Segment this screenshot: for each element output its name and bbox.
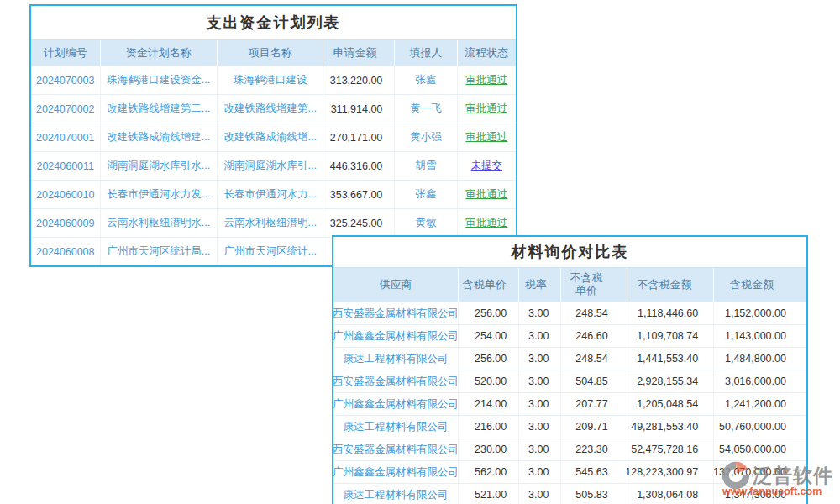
untaxed-unit-price-cell: 246.60	[561, 325, 627, 347]
tax-rate-cell: 3.00	[519, 438, 561, 460]
filler-cell[interactable]: 张鑫	[395, 66, 457, 94]
plan-id-col-header: 计划编号	[31, 40, 101, 66]
taxed-unit-price-cell: 254.00	[459, 325, 519, 347]
untaxed-amount-cell: 1,118,446.60	[627, 302, 715, 324]
fund-name-cell[interactable]: 珠海鹤港口建设资金...	[101, 66, 218, 94]
filler-cell[interactable]: 张鑫	[395, 181, 457, 208]
filler-cell[interactable]: 胡雪	[395, 152, 457, 180]
untaxed-amount-col-header: 不含税金额	[627, 268, 715, 302]
plan-table-row: 2024070002改建铁路线增建第二...改建铁路线增建第...311,914…	[31, 94, 516, 123]
taxed-amount-cell: 54,050,000.00	[714, 438, 806, 460]
tax-rate-cell: 3.00	[519, 461, 561, 483]
fund-name-cell[interactable]: 湖南洞庭湖水库引水...	[101, 152, 218, 180]
plan-id-cell[interactable]: 2024070003	[31, 66, 101, 94]
supplier-col-header: 供应商	[333, 268, 459, 302]
supplier-cell[interactable]: 康达工程材料有限公司	[333, 416, 459, 438]
plan-table-row: 2024070001改建铁路成渝线增建...改建铁路成渝线增...270,171…	[31, 123, 516, 151]
filler-cell[interactable]: 黄敏	[395, 209, 457, 237]
untaxed-unit-price-cell: 248.54	[561, 302, 627, 324]
untaxed-unit-price-cell: 248.54	[561, 348, 627, 370]
material-quote-table-body: 西安盛器金属材料有限公司256.003.00248.541,118,446.60…	[333, 302, 806, 504]
expenditure-plan-table-header: 计划编号资金计划名称项目名称申请金额填报人流程状态	[31, 39, 516, 66]
untaxed-amount-cell: 49,281,553.40	[627, 416, 715, 438]
untaxed-amount-cell: 1,109,708.74	[627, 325, 715, 347]
project-name-cell[interactable]: 长春市伊通河水力...	[218, 181, 323, 208]
supplier-cell[interactable]: 西安盛器金属材料有限公司	[333, 438, 459, 460]
supplier-cell[interactable]: 西安盛器金属材料有限公司	[333, 302, 459, 324]
plan-id-cell[interactable]: 2024070001	[31, 123, 101, 151]
taxed-amount-cell: 132,070,000.00	[714, 461, 806, 483]
fund-name-cell[interactable]: 改建铁路线增建第二...	[101, 95, 218, 123]
quote-table-row: 广州鑫鑫金属材料有限公司214.003.00207.771,205,048.54…	[333, 392, 806, 415]
untaxed-unit-price-cell: 545.63	[561, 461, 627, 483]
filler-cell[interactable]: 黄小强	[395, 123, 457, 151]
status-cell[interactable]: 审批通过	[458, 209, 516, 237]
project-name-cell[interactable]: 湖南洞庭湖水库引...	[218, 152, 323, 180]
taxed-unit-price-cell: 256.00	[459, 302, 519, 324]
status-cell[interactable]: 审批通过	[458, 181, 516, 208]
plan-id-cell[interactable]: 2024070002	[31, 95, 101, 123]
project-name-cell[interactable]: 广州市天河区统计...	[218, 238, 323, 265]
taxed-amount-cell: 1,484,800.00	[714, 348, 806, 370]
supplier-cell[interactable]: 广州鑫鑫金属材料有限公司	[333, 393, 459, 415]
taxed-amount-cell: 1,143,000.00	[714, 325, 806, 347]
untaxed-amount-cell: 1,205,048.54	[627, 393, 715, 415]
project-name-cell[interactable]: 改建铁路成渝线增...	[218, 123, 323, 151]
tax-rate-cell: 3.00	[519, 302, 561, 324]
plan-id-cell[interactable]: 2024060011	[31, 152, 101, 180]
untaxed-amount-cell: 1,441,553.40	[627, 348, 715, 370]
project-name-col-header: 项目名称	[218, 40, 323, 66]
plan-table-row: 2024070003珠海鹤港口建设资金...珠海鹤港口建设313,220.00张…	[31, 66, 516, 94]
tax-rate-cell: 3.00	[519, 325, 561, 347]
project-name-cell[interactable]: 改建铁路线增建第...	[218, 95, 323, 123]
amount-cell: 270,171.00	[323, 123, 395, 151]
project-name-cell[interactable]: 珠海鹤港口建设	[218, 66, 323, 94]
quote-table-row: 西安盛器金属材料有限公司256.003.00248.541,118,446.60…	[333, 302, 806, 324]
amount-cell: 446,316.00	[323, 152, 395, 180]
quote-table-row: 广州鑫鑫金属材料有限公司254.003.00246.601,109,708.74…	[333, 324, 806, 347]
material-quote-table-title: 材料询价对比表	[333, 237, 806, 267]
fund-name-cell[interactable]: 广州市天河区统计局...	[101, 238, 218, 265]
untaxed-unit-price-cell: 209.71	[561, 416, 627, 438]
untaxed-unit-price-cell: 505.83	[561, 484, 627, 504]
status-cell[interactable]: 未提交	[458, 152, 516, 180]
project-name-cell[interactable]: 云南水利枢纽潜明...	[218, 209, 323, 237]
amount-cell: 353,667.00	[323, 181, 395, 208]
material-quote-table: 材料询价对比表 供应商含税单价税率不含税单价不含税金额含税金额 西安盛器金属材料…	[332, 235, 808, 504]
status-cell[interactable]: 审批通过	[458, 123, 516, 151]
taxed-unit-price-cell: 216.00	[459, 416, 519, 438]
filler-cell[interactable]: 黄一飞	[395, 95, 457, 123]
fund-name-cell[interactable]: 改建铁路成渝线增建...	[101, 123, 218, 151]
tax-rate-cell: 3.00	[519, 484, 561, 504]
status-cell[interactable]: 审批通过	[458, 95, 516, 123]
supplier-cell[interactable]: 西安盛器金属材料有限公司	[333, 370, 459, 392]
untaxed-amount-cell: 1,308,064.08	[627, 484, 715, 504]
quote-table-row: 广州鑫鑫金属材料有限公司562.003.00545.63128,223,300.…	[333, 460, 806, 483]
fund-name-cell[interactable]: 云南水利枢纽潜明水...	[101, 209, 218, 237]
taxed-amount-cell: 1,347,306.00	[714, 484, 806, 504]
tax-rate-cell: 3.00	[519, 416, 561, 438]
taxed-unit-price-col-header: 含税单价	[459, 268, 519, 302]
plan-id-cell[interactable]: 2024060010	[31, 181, 101, 208]
fund-name-cell[interactable]: 长春市伊通河水力发...	[101, 181, 218, 208]
amount-col-header: 申请金额	[323, 40, 395, 66]
supplier-cell[interactable]: 康达工程材料有限公司	[333, 348, 459, 370]
taxed-amount-cell: 50,760,000.00	[714, 416, 806, 438]
quote-table-row: 康达工程材料有限公司521.003.00505.831,308,064.081,…	[333, 483, 806, 504]
fund-name-col-header: 资金计划名称	[101, 40, 218, 66]
supplier-cell[interactable]: 康达工程材料有限公司	[333, 484, 459, 504]
taxed-unit-price-cell: 521.00	[459, 484, 519, 504]
amount-cell: 313,220.00	[323, 66, 395, 94]
status-col-header: 流程状态	[458, 40, 516, 66]
taxed-unit-price-cell: 230.00	[459, 438, 519, 460]
untaxed-unit-price-col-header: 不含税单价	[561, 268, 627, 302]
supplier-cell[interactable]: 广州鑫鑫金属材料有限公司	[333, 325, 459, 347]
plan-id-cell[interactable]: 2024060008	[31, 238, 101, 265]
status-cell[interactable]: 审批通过	[458, 66, 516, 94]
taxed-amount-col-header: 含税金额	[714, 268, 806, 302]
taxed-unit-price-cell: 520.00	[459, 370, 519, 392]
plan-table-row: 2024060010长春市伊通河水力发...长春市伊通河水力...353,667…	[31, 180, 516, 208]
plan-id-cell[interactable]: 2024060009	[31, 209, 101, 237]
supplier-cell[interactable]: 广州鑫鑫金属材料有限公司	[333, 461, 459, 483]
untaxed-amount-cell: 2,928,155.34	[627, 370, 715, 392]
